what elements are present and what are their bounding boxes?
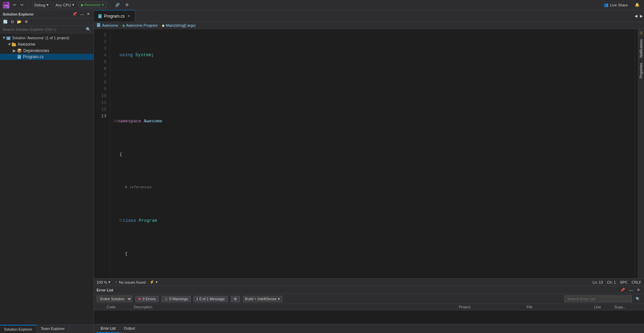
run-dropdown[interactable]: ▶ Awesome ▾: [79, 2, 107, 8]
messages-count: 0 of 1 Message: [199, 297, 225, 301]
collapse-namespace[interactable]: ⊟: [114, 118, 117, 125]
code-content[interactable]: using System ; ⊟ namespace Awesome: [110, 29, 635, 278]
tree-item-solution[interactable]: ▼ S Solution 'Awesome' (1 of 1 project): [0, 35, 94, 41]
programcs-label: Program.cs: [23, 54, 44, 59]
platform-label: Any CPU: [55, 3, 71, 7]
platform-dropdown[interactable]: Any CPU ▾: [53, 2, 76, 8]
filter-extra-icon: ⚙: [234, 297, 237, 301]
space-2: [141, 118, 144, 125]
line-num-3: 3: [94, 45, 110, 52]
breadcrumb-program-icon: ◈: [122, 23, 125, 28]
tree-item-project[interactable]: ▼ Awesome: [0, 41, 94, 48]
line-num-4: 4: [94, 52, 110, 59]
live-share-button[interactable]: 👥 Live Share: [601, 2, 630, 8]
undo-button[interactable]: ↩: [11, 2, 18, 8]
run-label: ▶ Awesome: [81, 3, 101, 7]
toolbar-filter-button[interactable]: ⚙: [24, 19, 29, 24]
error-list-close-button[interactable]: ✕: [636, 287, 641, 292]
tab-file-icon: C#: [98, 14, 102, 18]
ch-label: Ch: 1: [607, 280, 616, 284]
error-list-pin-button[interactable]: 📌: [619, 287, 626, 292]
zoom-item: 100 % ▾: [97, 280, 110, 284]
search-error-input[interactable]: [564, 295, 632, 302]
sidebar-pin-button[interactable]: 📌: [71, 11, 78, 17]
notifications-button[interactable]: 🔔: [633, 2, 641, 8]
bottom-tabs: Error List Output: [94, 324, 644, 333]
tab-bar-scroll-right[interactable]: ▶: [639, 10, 644, 22]
line-num-8: 8: [94, 79, 110, 86]
sidebar-tab-team[interactable]: Team Explorer: [37, 325, 69, 333]
breadcrumb-program[interactable]: Awesome.Program: [126, 23, 158, 27]
breadcrumb-sep-2: ›: [159, 23, 160, 27]
sidebar-collapse-button[interactable]: —: [79, 11, 85, 17]
line-num-5: 5: [94, 59, 110, 66]
tree-item-programcs[interactable]: ▶ C# Program.cs: [0, 54, 94, 60]
svg-text:C#: C#: [98, 24, 100, 26]
toolbar-refresh-button[interactable]: 🔄: [2, 19, 9, 24]
breadcrumb-main[interactable]: Main(string[] args): [166, 23, 196, 27]
col-header-project: Project: [459, 305, 526, 309]
bottom-tab-output[interactable]: Output: [120, 324, 139, 333]
zoom-arrow: ▾: [108, 280, 110, 284]
breadcrumb-awesome[interactable]: Awesome: [102, 23, 118, 27]
minimap: [635, 29, 638, 278]
tab-programcs-close[interactable]: ✕: [127, 14, 131, 18]
breadcrumb-bar: C# Awesome › ◈ Awesome.Program › ◆ Main(…: [94, 22, 644, 29]
kw-class: class: [123, 217, 136, 224]
tab-bar-scroll-left[interactable]: ◀: [633, 10, 639, 22]
code-line-6: {: [114, 251, 630, 257]
sidebar-close-button[interactable]: ✕: [86, 11, 91, 17]
errors-filter-button[interactable]: ✖ 0 Errors: [135, 296, 159, 302]
toolbar-show-all-button[interactable]: 📂: [16, 19, 23, 24]
type-system: System: [135, 52, 151, 58]
scope-dropdown[interactable]: Entire Solution: [97, 295, 132, 302]
error-list-minimize-button[interactable]: —: [628, 287, 634, 292]
brace-open-2: {: [125, 251, 128, 257]
bottom-tab-error-list[interactable]: Error List: [97, 324, 120, 333]
toolbar-collapse-all-button[interactable]: ⊟: [10, 19, 15, 24]
search-error-button[interactable]: 🔍: [635, 296, 641, 302]
code-line-1: using System ;: [114, 52, 630, 58]
solution-icon: S: [6, 35, 11, 41]
col-header-description: Description: [134, 305, 459, 309]
filter-extra-button[interactable]: ⚙: [231, 296, 240, 302]
collapse-class[interactable]: ⊟: [120, 217, 122, 224]
attach-button[interactable]: 🔗: [113, 2, 122, 8]
notifications-panel-label[interactable]: Notifications: [639, 37, 644, 60]
redo-button[interactable]: ↪: [19, 2, 25, 8]
line-num-11: 11: [94, 99, 110, 106]
meta-0refs-class: 0 references: [125, 185, 152, 190]
build-dropdown[interactable]: Build + IntelliSense ▾: [243, 296, 283, 302]
spc-label: SPC: [620, 280, 628, 284]
status-bar: 100 % ▾ ✓ No issues found ⚡ ▾ Ln: 13 Ch:…: [94, 278, 644, 286]
debug-tools-button[interactable]: ⚙: [124, 2, 130, 8]
live-share-icon: 👥: [604, 3, 609, 7]
tab-programcs[interactable]: C# Program.cs ✕: [94, 10, 135, 22]
dependencies-label: Dependencies: [23, 48, 49, 53]
sidebar-bottom-tabs: Solution Explorer Team Explorer: [0, 325, 94, 333]
message-badge-icon: ℹ: [197, 297, 198, 301]
svg-text:VS: VS: [4, 4, 8, 7]
breadcrumb-main-icon: ◆: [162, 23, 164, 28]
warnings-filter-button[interactable]: ⚠ 0 Warnings: [161, 296, 191, 302]
debug-config-dropdown[interactable]: Debug ▾: [32, 2, 51, 8]
solution-tree: ▼ S Solution 'Awesome' (1 of 1 project) …: [0, 33, 94, 325]
vs-logo: VS: [3, 2, 9, 8]
properties-panel-label[interactable]: Properties: [639, 60, 644, 81]
code-editor: 1 2 3 4 5 6 7 8 9 10 11 12 13 using: [94, 29, 644, 278]
kw-using: using: [120, 52, 133, 58]
col-header-line: Line: [594, 305, 614, 309]
breadcrumb-file-icon: C#: [97, 23, 101, 28]
line-num-13: 13: [94, 113, 110, 120]
sidebar-tab-solution[interactable]: Solution Explorer: [0, 325, 37, 333]
no-issues-label: No issues found: [119, 280, 146, 284]
editor-area: C# Program.cs ✕ ◀ ▶ C# Awesome › ◈ Aweso…: [94, 10, 644, 333]
filter-item: ⚡ ▾: [150, 280, 158, 284]
tree-item-dependencies[interactable]: ▶ 📦 Dependencies: [0, 48, 94, 54]
sidebar-search-input[interactable]: [3, 27, 86, 31]
code-line-3: ⊟ namespace Awesome: [114, 118, 630, 125]
space-1: [133, 52, 135, 58]
messages-filter-button[interactable]: ℹ 0 of 1 Message: [194, 296, 228, 302]
breadcrumb-sep-1: ›: [120, 23, 121, 27]
right-side-panel: ⚠ Notifications Properties: [638, 29, 644, 278]
